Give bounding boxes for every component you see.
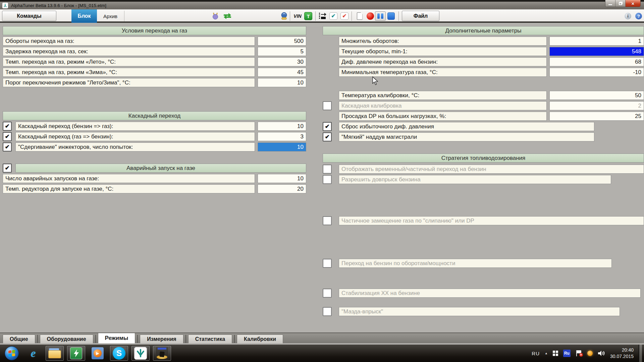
checkbox[interactable]: ✔: [3, 122, 12, 131]
param-value-field[interactable]: 1: [549, 37, 644, 46]
param-label[interactable]: Порог переключения режимов "Лето/Зима", …: [3, 78, 255, 87]
action-center-flag-icon[interactable]: ✕: [576, 350, 582, 357]
pause-icon[interactable]: [375, 11, 386, 21]
skype-button[interactable]: S: [110, 346, 128, 361]
param-label[interactable]: Множитель оборотов:: [339, 37, 547, 46]
param-label[interactable]: Текущие обороты, min-1:: [339, 47, 547, 56]
param-label[interactable]: "Сдергивание" инжекторов, число попыток:: [15, 142, 255, 152]
param-value-field[interactable]: 10: [258, 142, 306, 152]
param-label[interactable]: Темп. редуктора для запуске на газе, °С:: [3, 184, 255, 193]
close-button[interactable]: ×: [626, 0, 640, 7]
file-explorer-button[interactable]: [46, 346, 64, 361]
param-value-field[interactable]: 68: [549, 57, 644, 66]
new-doc-icon[interactable]: [355, 12, 364, 20]
stop-icon[interactable]: [386, 12, 396, 20]
checkbox[interactable]: [323, 289, 332, 298]
bottom-tab-6[interactable]: Калибровки: [237, 335, 283, 343]
param-label[interactable]: Сброс избыточного диф. давления: [339, 122, 594, 131]
info-icon[interactable]: i: [623, 12, 633, 20]
param-value-field[interactable]: 2: [549, 101, 644, 110]
param-label[interactable]: Диф. давление перехода на бензин:: [339, 57, 547, 66]
param-label[interactable]: Каскадный переход (бензин => газ):: [15, 122, 255, 131]
garage-app-button[interactable]: [153, 346, 171, 361]
param-label[interactable]: Темп. перехода на газ, режим «Зима», °С:: [3, 68, 255, 77]
checkbox[interactable]: ✔: [3, 132, 12, 141]
param-value-field[interactable]: 3: [258, 132, 306, 141]
minimize-button[interactable]: [605, 0, 615, 7]
ecu-icon[interactable]: [279, 12, 289, 20]
param-row: ✔Каскадный переход (газ => бензин):3: [3, 132, 306, 141]
checkbox[interactable]: ✔: [3, 164, 12, 173]
checkbox[interactable]: ✔: [323, 132, 332, 141]
table-icon[interactable]: T: [304, 12, 313, 20]
param-value-field[interactable]: 25: [549, 112, 644, 121]
checkbox[interactable]: ✔: [3, 142, 12, 152]
param-label[interactable]: Минимальная температура газа, °С:: [339, 68, 547, 77]
file-button[interactable]: Файл: [402, 11, 439, 21]
param-value-field[interactable]: 500: [258, 37, 306, 46]
plug-icon[interactable]: [211, 12, 220, 20]
checkbox[interactable]: ✔: [323, 122, 332, 131]
log-transfer-icon[interactable]: [318, 12, 327, 20]
param-value-field[interactable]: 5: [258, 47, 306, 56]
bottom-tab-1[interactable]: Общие: [3, 335, 35, 343]
commands-button[interactable]: Команды: [2, 11, 56, 21]
checkbox[interactable]: [323, 101, 332, 110]
check-red-icon[interactable]: ✔: [340, 12, 349, 20]
flash-app-button[interactable]: [67, 346, 85, 361]
checkbox[interactable]: [323, 175, 332, 184]
bottom-tab-4[interactable]: Измерения: [140, 335, 183, 343]
help-icon[interactable]: ?: [634, 12, 643, 20]
param-label[interactable]: Каскадный переход (газ => бензин):: [15, 132, 255, 141]
param-value-field[interactable]: 50: [549, 91, 644, 100]
param-label[interactable]: Число аварийных запусков на газе:: [3, 174, 255, 183]
param-value-field[interactable]: 10: [258, 78, 306, 87]
tray-expand-icon[interactable]: ▲: [545, 352, 548, 355]
param-value-field[interactable]: 45: [258, 68, 306, 77]
checkbox[interactable]: [323, 216, 332, 225]
param-label[interactable]: Задержка перехода на газ, сек:: [3, 47, 255, 56]
param-label[interactable]: Обороты перехода на газ:: [3, 37, 255, 46]
record-icon[interactable]: [366, 12, 375, 20]
param-label[interactable]: Температура калибровки, °С:: [339, 91, 547, 100]
internet-explorer-button[interactable]: e: [24, 346, 42, 361]
start-orb-button[interactable]: [3, 346, 21, 361]
alphatuner-button[interactable]: [131, 346, 150, 361]
restore-button[interactable]: [615, 0, 626, 7]
strategy-label[interactable]: Стабилизация ХХ на бензине: [339, 289, 641, 298]
strategy-label[interactable]: Переход на бензин по оборотам/мощности: [339, 259, 612, 268]
strategy-label[interactable]: Отображать временный/частичный переход н…: [339, 165, 644, 174]
param-label[interactable]: Каскадная калибровка: [339, 101, 547, 110]
bottom-tab-5[interactable]: Статистика: [188, 335, 232, 343]
param-value-field[interactable]: 30: [258, 57, 306, 66]
bottom-tab-3[interactable]: Режимы: [98, 333, 136, 343]
volume-icon[interactable]: [598, 350, 605, 356]
strategy-label[interactable]: "Мазда-впрыск": [339, 307, 620, 316]
language-indicator[interactable]: RU: [532, 351, 540, 356]
param-value-field[interactable]: 548: [549, 47, 644, 56]
check-green-icon[interactable]: ✔: [329, 12, 338, 20]
checkbox[interactable]: [323, 259, 332, 268]
network-alert-icon[interactable]: [587, 351, 593, 356]
vin-icon[interactable]: VIN: [293, 12, 302, 20]
bottom-tab-2[interactable]: Оборудование: [40, 335, 93, 343]
checkbox[interactable]: [323, 165, 332, 174]
clock[interactable]: 20:40 30.07.2015: [610, 347, 634, 360]
tab-block[interactable]: Блок: [71, 9, 97, 23]
windows-grid-icon[interactable]: [553, 351, 558, 356]
punto-switcher-icon[interactable]: Ru: [563, 350, 571, 357]
param-label[interactable]: Темп. перехода на газ, режим «Лето», °С:: [3, 57, 255, 66]
param-label[interactable]: "Мягкий" наддув магистрали: [339, 132, 594, 141]
sync-arrows-icon[interactable]: [223, 12, 232, 20]
show-desktop-button[interactable]: [639, 345, 642, 362]
param-value-field[interactable]: 10: [258, 122, 306, 131]
param-value-field[interactable]: 20: [258, 184, 306, 193]
param-label[interactable]: Просадка DP на больших нагрузках, %:: [339, 112, 547, 121]
strategy-label[interactable]: Частичное замещение газа по "слипанию" и…: [339, 216, 644, 225]
param-value-field[interactable]: -10: [549, 68, 644, 77]
tab-archive[interactable]: Архив: [98, 9, 122, 23]
param-value-field[interactable]: 10: [258, 174, 306, 183]
strategy-label[interactable]: Разрешить довпрыск бензина: [339, 175, 611, 184]
checkbox[interactable]: [323, 307, 332, 316]
media-player-button[interactable]: ▶: [89, 346, 107, 361]
